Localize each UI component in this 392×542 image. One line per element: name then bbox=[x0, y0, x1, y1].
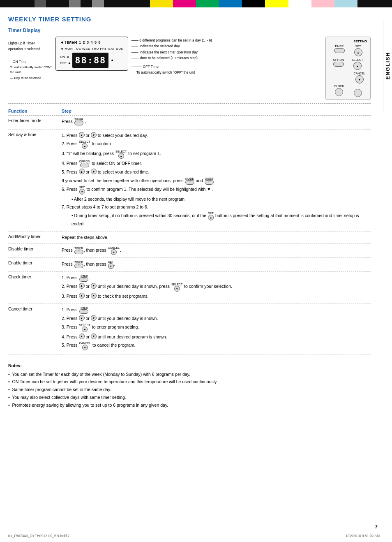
page-title: WEEKLY TIMER SETTING bbox=[8, 16, 371, 23]
func-steps: Repeat the steps above. bbox=[62, 231, 371, 243]
timer-btn-check: TIMER ⌒ bbox=[79, 274, 88, 282]
remote-control-diagram: SETTING TIMER SET ▲ OFF/ON SELECT bbox=[325, 37, 371, 100]
note-item: • You can set the Timer for each day of … bbox=[8, 371, 371, 378]
function-table: Function Step Enter timer mode Press TIM… bbox=[8, 107, 371, 354]
timer-btn-disable: TIMER ⌒ bbox=[74, 247, 83, 254]
timer-btn-cancel: TIMER ⌒ bbox=[79, 306, 88, 314]
right-annotations: —— 6 different programs can be set in a … bbox=[128, 37, 317, 76]
func-steps: Press TIMER ⌒ . bbox=[62, 116, 371, 130]
func-steps: Press TIMER ⌒ , then press CANCEL ● . bbox=[62, 243, 371, 257]
table-row: Add/Modify timer Repeat the steps above. bbox=[8, 231, 371, 243]
notes-section: Notes: • You can set the Timer for each … bbox=[8, 362, 371, 409]
note-item: • ON Timer can be set together with your… bbox=[8, 378, 371, 385]
off-on-btn: OFF/ON ⌒ bbox=[79, 160, 90, 167]
separator-2 bbox=[8, 358, 371, 358]
func-steps: 1. Press TIMER ⌒ . 2. Press ▲ or ▼ until… bbox=[62, 271, 371, 303]
func-steps: Press TIMER ⌒ , then press SET ● . bbox=[62, 257, 371, 271]
set-btn-2: SET ● bbox=[208, 212, 214, 220]
table-row: Set day & time 1. Press ▲ or ▼ to select… bbox=[8, 130, 371, 232]
footer: 01_F567343_OYTH0912-00_EN.indd 7 1/28/20… bbox=[8, 532, 380, 538]
timer-diagram: Lights up if Timer operation is selected… bbox=[8, 37, 317, 81]
func-label: Add/Modify timer bbox=[8, 231, 62, 243]
func-label: Set day & time bbox=[8, 130, 62, 232]
side-language-label: ENGLISH bbox=[383, 21, 392, 111]
note-item: • Same timer program cannot be set in th… bbox=[8, 386, 371, 393]
up-btn: ▲ bbox=[79, 132, 85, 138]
func-label: Check timer bbox=[8, 271, 62, 303]
timer-btn-enable: TIMER ⌒ bbox=[74, 261, 83, 268]
display-mockup: ◄ TIMER 1 2 3 4 5 6 ◄ MON TUE WED THU FR… bbox=[55, 37, 128, 71]
func-label: Disable timer bbox=[8, 243, 62, 257]
footer-left: 01_F567343_OYTH0912-00_EN.indd 7 bbox=[8, 534, 69, 538]
down-btn-2: ▼ bbox=[91, 169, 97, 174]
col-function-header: Function bbox=[8, 107, 62, 116]
func-label: Cancel timer bbox=[8, 304, 62, 354]
up-btn-cancel-2: ▲ bbox=[79, 334, 85, 339]
table-row: Check timer 1. Press TIMER ⌒ . 2. Press … bbox=[8, 271, 371, 303]
left-annotations: Lights up if Timer operation is selected… bbox=[8, 37, 55, 81]
up-btn-cancel: ▲ bbox=[79, 315, 85, 321]
bullet-item: • During timer setup, if no button is pr… bbox=[62, 212, 367, 227]
separator-1 bbox=[8, 103, 371, 104]
select-btn: SELECT ● bbox=[79, 140, 90, 149]
up-btn-check: ▲ bbox=[79, 283, 85, 289]
col-step-header: Step bbox=[62, 107, 371, 116]
func-label: Enter timer mode bbox=[8, 116, 62, 130]
cancel-btn-cancel: CANCEL ● bbox=[79, 342, 91, 350]
down-btn-cancel-2: ▼ bbox=[91, 334, 97, 339]
table-row: Enable timer Press TIMER ⌒ , then press … bbox=[8, 257, 371, 271]
section-timer-display: Timer Display bbox=[8, 28, 371, 33]
down-btn: ▼ bbox=[91, 132, 97, 138]
select-btn-2: SELECT ● bbox=[115, 150, 127, 159]
down-btn-check-2: ▼ bbox=[91, 293, 97, 299]
func-steps: 1. Press ▲ or ▼ to select your desired d… bbox=[62, 130, 371, 232]
select-btn-cancel: SELECT ● bbox=[79, 324, 90, 332]
mode-btn: MODE ⌒ bbox=[185, 177, 194, 185]
note-item: • You may also select collective days wi… bbox=[8, 394, 371, 401]
up-btn-check-2: ▲ bbox=[79, 293, 85, 299]
table-row: Disable timer Press TIMER ⌒ , then press… bbox=[8, 243, 371, 257]
cancel-btn-disable: CANCEL ● bbox=[108, 246, 120, 255]
quiet-btn: QUIET ⌒ bbox=[205, 177, 214, 185]
footer-right: 1/28/2010 9:51:02 AM bbox=[346, 534, 380, 538]
select-btn-check: SELECT ● bbox=[171, 283, 182, 292]
note-item: • Promotes energy saving by allowing you… bbox=[8, 402, 371, 409]
func-steps: 1. Press TIMER ⌒ . 2. Press ▲ or ▼ until… bbox=[62, 304, 371, 354]
table-row: Cancel timer 1. Press TIMER ⌒ . 2. Press… bbox=[8, 304, 371, 354]
page-number: 7 bbox=[375, 524, 378, 530]
func-label: Enable timer bbox=[8, 257, 62, 271]
down-btn-check: ▼ bbox=[91, 283, 97, 289]
main-content: WEEKLY TIMER SETTING Timer Display Light… bbox=[0, 7, 383, 418]
up-btn-2: ▲ bbox=[79, 169, 85, 174]
notes-header: Notes: bbox=[8, 362, 371, 369]
timer-btn: TIMER ⌒ bbox=[74, 118, 83, 125]
table-row: Enter timer mode Press TIMER ⌒ . bbox=[8, 116, 371, 130]
color-bar bbox=[0, 0, 392, 7]
bullet-item: • After 2 seconds, the display will move… bbox=[62, 196, 367, 203]
set-btn-enable: SET ● bbox=[108, 260, 114, 269]
down-btn-cancel: ▼ bbox=[91, 315, 97, 321]
set-btn: SET ● bbox=[79, 186, 85, 195]
